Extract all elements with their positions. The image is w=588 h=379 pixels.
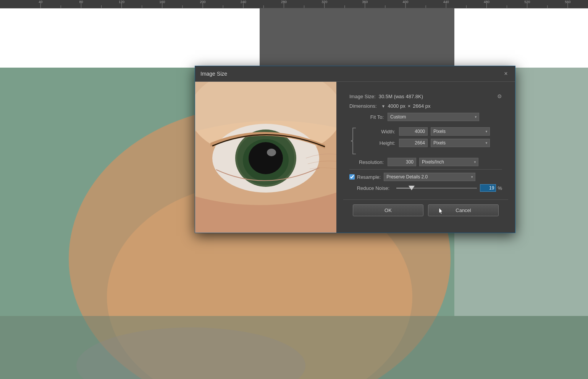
width-input[interactable] (399, 127, 428, 136)
resolution-label: Resolution: (349, 159, 384, 165)
noise-slider-track (396, 188, 477, 189)
width-unit-select[interactable]: Pixels Percent Inches (431, 127, 490, 136)
image-size-value: 30.5M (was 487.8K) (379, 94, 496, 99)
percent-label: % (498, 185, 502, 191)
white-right-area (454, 8, 588, 68)
dimensions-row: Dimensions: ▼ 4000 px × 2664 px (349, 103, 502, 109)
width-row: Width: Pixels Percent Inches (361, 127, 490, 136)
fit-to-select-wrapper[interactable]: Custom Original Size 4 × 6 5 × 7 8 × 10 (388, 113, 479, 121)
eye-preview-image (195, 82, 336, 233)
reduce-noise-row: Reduce Noise: % (349, 184, 502, 192)
width-unit-wrapper[interactable]: Pixels Percent Inches (431, 127, 490, 136)
divider (349, 169, 502, 170)
svg-point-13 (267, 149, 276, 156)
resolution-row: Resolution: Pixels/Inch Pixels/Centimete… (349, 158, 502, 166)
resample-row: Resample: Preserve Details 2.0 Automatic… (349, 173, 502, 181)
height-input[interactable] (399, 139, 428, 147)
image-size-row: Image Size: 30.5M (was 487.8K) ⚙ (349, 93, 502, 99)
controls-area: Image Size: 30.5M (was 487.8K) ⚙ Dimensi… (336, 82, 515, 233)
dimensions-x: × (408, 103, 411, 109)
dimensions-label: Dimensions: (349, 103, 377, 109)
ok-button[interactable]: OK (353, 204, 423, 216)
noise-slider-thumb[interactable] (409, 186, 415, 190)
height-unit-wrapper[interactable]: Pixels Percent Inches (431, 139, 490, 147)
cancel-button[interactable]: Cancel (428, 204, 499, 216)
resample-label[interactable]: Resample: (357, 174, 381, 180)
ruler-canvas (0, 0, 588, 8)
close-button[interactable]: × (502, 70, 510, 78)
gear-icon[interactable]: ⚙ (497, 93, 502, 99)
reduce-noise-label: Reduce Noise: (349, 185, 389, 191)
fit-to-select[interactable]: Custom Original Size 4 × 6 5 × 7 8 × 10 (388, 113, 479, 121)
button-row: OK Cancel (343, 199, 508, 222)
width-label: Width: (361, 129, 395, 134)
eye-svg (195, 82, 336, 233)
image-preview (195, 82, 336, 233)
height-label: Height: (361, 140, 395, 146)
canvas-area: Image Size × (0, 8, 588, 379)
white-top-area (0, 8, 260, 68)
dialog-body: Image Size: 30.5M (was 487.8K) ⚙ Dimensi… (195, 82, 515, 233)
fit-to-label: Fit To: (349, 114, 384, 120)
dialog-titlebar: Image Size × (195, 66, 515, 82)
image-size-dialog[interactable]: Image Size × (195, 66, 515, 233)
dimensions-arrow[interactable]: ▼ (381, 104, 386, 109)
resolution-unit-wrapper[interactable]: Pixels/Inch Pixels/Centimeter (419, 158, 478, 166)
resolution-unit-select[interactable]: Pixels/Inch Pixels/Centimeter (419, 158, 478, 166)
fit-to-row: Fit To: Custom Original Size 4 × 6 5 × 7… (349, 113, 502, 121)
image-size-label: Image Size: (349, 94, 376, 99)
ruler (0, 0, 588, 8)
reduce-noise-input[interactable] (480, 184, 496, 192)
wh-fields: Width: Pixels Percent Inches (361, 127, 490, 155)
link-bracket-svg (351, 127, 358, 155)
resample-method-wrapper[interactable]: Preserve Details 2.0 Automatic Bicubic S… (384, 173, 475, 181)
dimensions-width: 4000 px (388, 103, 405, 109)
resample-checkbox[interactable] (349, 174, 355, 180)
dialog-title: Image Size (200, 71, 227, 77)
height-row: Height: Pixels Percent Inches (361, 139, 490, 147)
height-unit-select[interactable]: Pixels Percent Inches (431, 139, 490, 147)
dimensions-height: 2664 px (413, 103, 430, 109)
noise-slider-container[interactable] (396, 184, 477, 192)
resolution-input[interactable] (388, 158, 416, 166)
resample-method-select[interactable]: Preserve Details 2.0 Automatic Bicubic S… (384, 173, 475, 181)
